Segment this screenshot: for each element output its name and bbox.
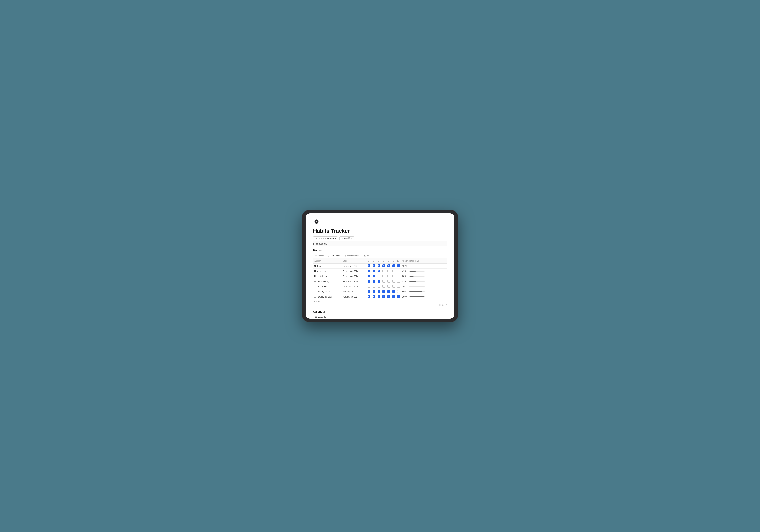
row-checkbox-2[interactable] <box>376 269 381 274</box>
row-checkbox-0[interactable] <box>366 289 371 294</box>
checkbox-checked[interactable] <box>373 290 375 293</box>
checkbox-checked[interactable] <box>397 295 400 298</box>
checkbox-unchecked[interactable] <box>387 269 390 272</box>
checkbox-checked[interactable] <box>373 265 375 267</box>
checkbox-checked[interactable] <box>373 295 375 298</box>
row-checkbox-3[interactable] <box>381 284 386 289</box>
row-checkbox-0[interactable] <box>366 274 371 279</box>
checkbox-unchecked[interactable] <box>382 280 385 282</box>
tab-today[interactable]: ☰ Today <box>313 254 325 259</box>
checkbox-checked[interactable] <box>368 265 370 267</box>
row-checkbox-0[interactable] <box>366 279 371 284</box>
checkbox-checked[interactable] <box>387 290 390 293</box>
row-checkbox-4[interactable] <box>386 279 391 284</box>
checkbox-unchecked[interactable] <box>397 269 400 272</box>
checkbox-checked[interactable] <box>373 280 375 282</box>
checkbox-unchecked[interactable] <box>373 285 375 288</box>
row-checkbox-0[interactable] <box>366 264 371 269</box>
checkbox-checked[interactable] <box>368 275 370 277</box>
checkbox-checked[interactable] <box>378 290 380 293</box>
row-checkbox-6[interactable] <box>396 274 401 279</box>
checkbox-unchecked[interactable] <box>387 285 390 288</box>
row-checkbox-1[interactable] <box>371 294 376 300</box>
row-checkbox-4[interactable] <box>386 289 391 294</box>
checkbox-checked[interactable] <box>373 269 375 272</box>
checkbox-checked[interactable] <box>392 290 395 293</box>
row-checkbox-1[interactable] <box>371 264 376 269</box>
row-checkbox-4[interactable] <box>386 284 391 289</box>
row-checkbox-3[interactable] <box>381 289 386 294</box>
row-checkbox-0[interactable] <box>366 269 371 274</box>
checkbox-unchecked[interactable] <box>382 275 385 277</box>
checkbox-unchecked[interactable] <box>392 285 395 288</box>
tab-all[interactable]: ⊞ All <box>362 254 371 259</box>
checkbox-unchecked[interactable] <box>392 280 395 282</box>
checkbox-checked[interactable] <box>392 295 395 298</box>
checkbox-unchecked[interactable] <box>392 269 395 272</box>
add-col-button[interactable]: + <box>438 259 441 263</box>
row-checkbox-4[interactable] <box>386 274 391 279</box>
checkbox-unchecked[interactable] <box>392 275 395 277</box>
row-checkbox-6[interactable] <box>396 294 401 300</box>
row-checkbox-2[interactable] <box>376 264 381 269</box>
checkbox-checked[interactable] <box>397 265 400 267</box>
row-checkbox-4[interactable] <box>386 269 391 274</box>
tab-monthly-view[interactable]: ⊞ Monthly View <box>343 254 362 259</box>
checkbox-checked[interactable] <box>368 295 370 298</box>
checkbox-checked[interactable] <box>392 265 395 267</box>
checkbox-unchecked[interactable] <box>397 285 400 288</box>
row-checkbox-5[interactable] <box>391 289 396 294</box>
calendar-tab[interactable]: ⊞ Calendar <box>313 314 328 318</box>
row-checkbox-0[interactable] <box>366 294 371 300</box>
new-day-button[interactable]: ⊕ New Day <box>339 236 355 240</box>
checkbox-checked[interactable] <box>382 265 385 267</box>
minus-col-button[interactable]: − <box>442 260 443 262</box>
row-checkbox-5[interactable] <box>391 279 396 284</box>
checkbox-unchecked[interactable] <box>378 275 380 277</box>
row-checkbox-6[interactable] <box>396 289 401 294</box>
checkbox-checked[interactable] <box>387 295 390 298</box>
checkbox-unchecked[interactable] <box>387 280 390 282</box>
row-checkbox-6[interactable] <box>396 279 401 284</box>
row-checkbox-3[interactable] <box>381 274 386 279</box>
checkbox-checked[interactable] <box>373 275 375 277</box>
checkbox-checked[interactable] <box>368 280 370 282</box>
row-checkbox-2[interactable] <box>376 289 381 294</box>
row-checkbox-2[interactable] <box>376 294 381 300</box>
checkbox-unchecked[interactable] <box>397 280 400 282</box>
checkbox-checked[interactable] <box>378 265 380 267</box>
row-checkbox-2[interactable] <box>376 279 381 284</box>
row-checkbox-3[interactable] <box>381 269 386 274</box>
checkbox-checked[interactable] <box>368 290 370 293</box>
row-checkbox-3[interactable] <box>381 279 386 284</box>
checkbox-unchecked[interactable] <box>397 275 400 277</box>
row-checkbox-1[interactable] <box>371 269 376 274</box>
checkbox-unchecked[interactable] <box>382 269 385 272</box>
row-checkbox-6[interactable] <box>396 264 401 269</box>
checkbox-unchecked[interactable] <box>397 290 400 293</box>
row-checkbox-1[interactable] <box>371 284 376 289</box>
checkbox-checked[interactable] <box>382 290 385 293</box>
row-checkbox-0[interactable] <box>366 284 371 289</box>
row-checkbox-4[interactable] <box>386 264 391 269</box>
row-checkbox-2[interactable] <box>376 274 381 279</box>
checkbox-checked[interactable] <box>378 269 380 272</box>
checkbox-unchecked[interactable] <box>368 285 370 288</box>
row-checkbox-6[interactable] <box>396 269 401 274</box>
tab-this-week[interactable]: ⊞ This Week <box>326 254 342 259</box>
instructions-row[interactable]: ▶ Instructions <box>313 241 447 246</box>
row-checkbox-5[interactable] <box>391 264 396 269</box>
row-checkbox-5[interactable] <box>391 274 396 279</box>
row-checkbox-2[interactable] <box>376 284 381 289</box>
checkbox-checked[interactable] <box>382 295 385 298</box>
row-checkbox-3[interactable] <box>381 294 386 300</box>
checkbox-checked[interactable] <box>368 269 370 272</box>
row-checkbox-1[interactable] <box>371 279 376 284</box>
checkbox-checked[interactable] <box>378 295 380 298</box>
row-checkbox-1[interactable] <box>371 274 376 279</box>
row-checkbox-5[interactable] <box>391 269 396 274</box>
row-checkbox-5[interactable] <box>391 294 396 300</box>
checkbox-unchecked[interactable] <box>382 285 385 288</box>
checkbox-unchecked[interactable] <box>378 285 380 288</box>
row-checkbox-5[interactable] <box>391 284 396 289</box>
